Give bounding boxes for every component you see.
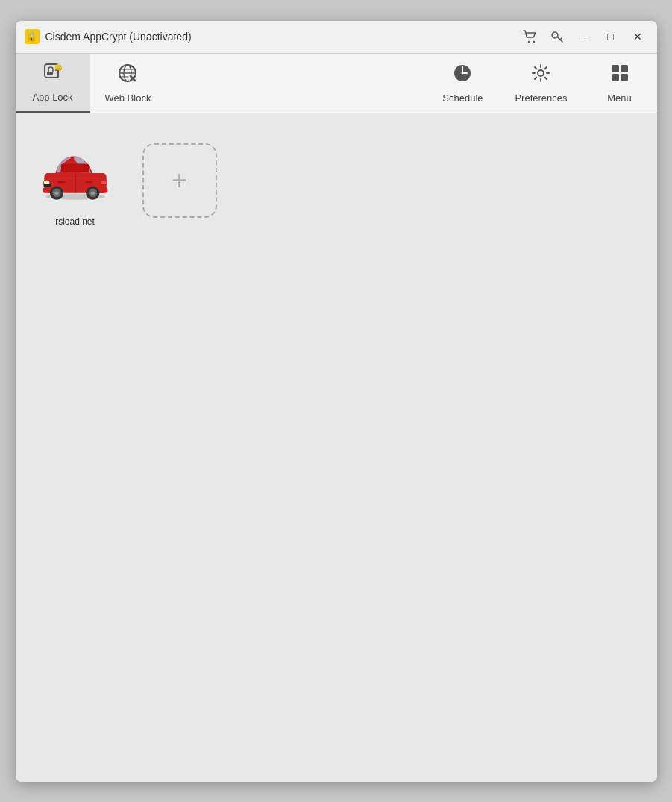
app-window: 🔒 Cisdem AppCrypt (Unactivated) [16, 21, 657, 782]
app-name-rsload: rsload.net [55, 216, 95, 227]
schedule-icon [451, 62, 474, 90]
toolbar-spacer [166, 54, 425, 113]
svg-rect-21 [612, 65, 619, 72]
restore-button[interactable]: □ [600, 26, 621, 47]
tab-menu[interactable]: Menu [582, 54, 657, 113]
restore-icon: □ [607, 31, 613, 43]
svg-point-20 [538, 70, 544, 76]
key-button[interactable] [547, 26, 568, 47]
svg-rect-42 [43, 184, 51, 187]
cart-icon [523, 30, 538, 43]
tab-app-lock[interactable]: 🔒 App Lock [16, 54, 90, 113]
tab-web-block[interactable]: Web Block [90, 54, 166, 113]
preferences-icon [530, 62, 552, 90]
web-block-icon [116, 62, 139, 90]
svg-point-40 [90, 191, 94, 195]
svg-rect-29 [57, 181, 65, 183]
svg-rect-23 [612, 74, 619, 81]
svg-rect-30 [85, 181, 92, 183]
svg-text:🔒: 🔒 [57, 64, 63, 71]
tab-menu-label: Menu [607, 93, 632, 104]
svg-point-1 [533, 41, 534, 43]
svg-rect-27 [60, 163, 89, 172]
app-title-icon: 🔒 [25, 29, 40, 44]
plus-icon: + [172, 165, 187, 196]
svg-rect-24 [621, 74, 628, 81]
app-lock-icon: 🔒 [42, 61, 64, 89]
tab-preferences-label: Preferences [515, 93, 567, 104]
svg-point-37 [54, 191, 58, 195]
cart-button[interactable] [520, 26, 541, 47]
tab-preferences[interactable]: Preferences [500, 54, 582, 113]
minus-icon: − [580, 31, 586, 43]
window-title: Cisdem AppCrypt (Unactivated) [45, 31, 192, 43]
title-bar-left: 🔒 Cisdem AppCrypt (Unactivated) [25, 29, 520, 44]
title-bar-controls: − □ ✕ [520, 26, 648, 47]
tab-schedule-label: Schedule [442, 93, 483, 104]
car-icon [38, 143, 113, 203]
title-bar: 🔒 Cisdem AppCrypt (Unactivated) [16, 21, 657, 54]
key-icon [550, 29, 565, 44]
tab-app-lock-label: App Lock [32, 92, 72, 103]
tab-schedule[interactable]: Schedule [425, 54, 500, 113]
add-box-icon: + [142, 143, 217, 218]
app-item-rsload[interactable]: rsload.net [31, 136, 120, 227]
tab-web-block-label: Web Block [105, 93, 151, 104]
svg-point-19 [462, 72, 464, 75]
toolbar: 🔒 App Lock Web Block [16, 54, 657, 113]
menu-icon [609, 62, 631, 90]
minimize-button[interactable]: − [574, 26, 594, 47]
app-icon-rsload [38, 136, 113, 210]
close-button[interactable]: ✕ [627, 26, 648, 47]
add-app-button[interactable]: + [135, 136, 224, 225]
svg-rect-22 [621, 65, 628, 72]
svg-point-34 [101, 180, 107, 185]
svg-rect-4 [47, 72, 53, 75]
content-area: rsload.net + [16, 113, 657, 782]
svg-point-0 [527, 41, 529, 43]
close-icon: ✕ [633, 31, 642, 43]
